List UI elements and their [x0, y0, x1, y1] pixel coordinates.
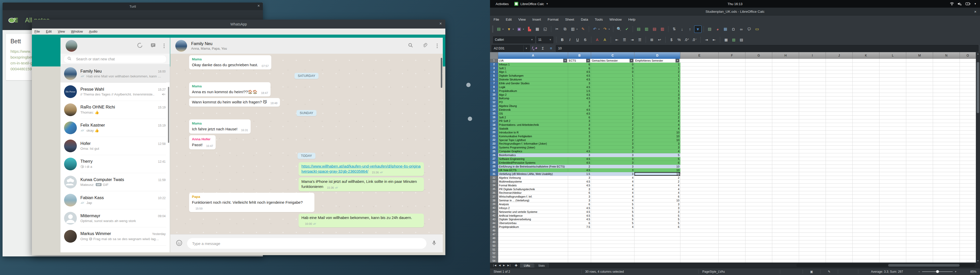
- cell-H37[interactable]: [772, 195, 799, 199]
- cell-L25[interactable]: [880, 150, 906, 153]
- document-modified-icon[interactable]: ✎: [821, 270, 838, 274]
- cell-C51[interactable]: [591, 248, 635, 251]
- function-wizard-icon[interactable]: fx✦: [531, 46, 538, 51]
- cell-O8[interactable]: [960, 85, 976, 89]
- cell-O38[interactable]: [960, 199, 976, 202]
- cell-M48[interactable]: [906, 237, 933, 240]
- cell-M38[interactable]: [906, 199, 933, 202]
- row-header-23[interactable]: 23: [490, 142, 498, 146]
- cell-N46[interactable]: [933, 229, 960, 233]
- row-header-34[interactable]: 34: [490, 183, 498, 187]
- next-sheet-icon[interactable]: ▶: [502, 264, 506, 267]
- cell-E14[interactable]: [680, 108, 719, 112]
- cell-K35[interactable]: [853, 187, 880, 191]
- page-style-indicator[interactable]: PageStyle_LVAs: [699, 270, 780, 274]
- cell-I15[interactable]: [799, 112, 826, 115]
- cell-M41[interactable]: [906, 210, 933, 214]
- turtl-titlebar[interactable]: Turtl ×: [3, 3, 263, 10]
- cell-O30[interactable]: [960, 168, 976, 172]
- cell-M42[interactable]: [906, 214, 933, 218]
- special-character-icon[interactable]: Ω: [730, 26, 737, 33]
- cell-D27[interactable]: 5: [635, 157, 680, 161]
- row-header-8[interactable]: 8: [490, 85, 498, 89]
- cell-B16[interactable]: 6: [568, 115, 591, 119]
- cell-O36[interactable]: [960, 191, 976, 195]
- cell-O44[interactable]: [960, 221, 976, 225]
- column-header-L[interactable]: L: [880, 52, 906, 59]
- chevron-down-icon[interactable]: ▼: [523, 45, 528, 51]
- cell-C4[interactable]: 0: [591, 70, 635, 74]
- cell-F36[interactable]: [719, 191, 746, 195]
- cell-B4[interactable]: 4.5: [568, 70, 591, 74]
- zoom-slider[interactable]: − +: [916, 270, 959, 273]
- cell-O28[interactable]: [960, 161, 976, 165]
- cell-E22[interactable]: [680, 138, 719, 142]
- cell-F24[interactable]: [719, 145, 746, 150]
- sender-name[interactable]: Anna Hofer: [192, 137, 213, 142]
- row-header-25[interactable]: 25: [490, 150, 498, 153]
- cell-M32[interactable]: [906, 176, 933, 180]
- cell-A50[interactable]: [498, 244, 568, 248]
- cell-J35[interactable]: [826, 187, 853, 191]
- cell-I28[interactable]: [799, 161, 826, 165]
- font-color-icon[interactable]: A: [594, 38, 600, 42]
- cell-A1[interactable]: LVA▼: [498, 59, 568, 63]
- cell-L51[interactable]: [880, 248, 906, 251]
- cell-L10[interactable]: [880, 93, 906, 97]
- cell-G27[interactable]: [746, 157, 772, 161]
- cell-K42[interactable]: [853, 214, 880, 218]
- cell-H14[interactable]: [772, 108, 799, 112]
- cell-O51[interactable]: [960, 248, 976, 251]
- row-header-40[interactable]: 40: [490, 206, 498, 210]
- cell-L47[interactable]: [880, 233, 906, 237]
- cell-I40[interactable]: [799, 206, 826, 210]
- cell-L29[interactable]: [880, 165, 906, 169]
- cell-L12[interactable]: [880, 100, 906, 104]
- cell-J52[interactable]: [826, 251, 853, 255]
- cell-N23[interactable]: [933, 142, 960, 146]
- sheet-tab-stats[interactable]: Stats: [535, 263, 549, 268]
- cell-K2[interactable]: [853, 63, 880, 66]
- row-header-21[interactable]: 21: [490, 134, 498, 138]
- cell-N21[interactable]: [933, 134, 960, 138]
- cell-J3[interactable]: [826, 66, 853, 70]
- spelling-icon[interactable]: ✔: [624, 26, 630, 33]
- cell-L40[interactable]: [880, 206, 906, 210]
- cell-M26[interactable]: [906, 153, 933, 157]
- cell-B7[interactable]: 3: [568, 82, 591, 85]
- clock[interactable]: Thu 16:13: [728, 2, 743, 6]
- cell-H23[interactable]: [772, 142, 799, 146]
- cell-M12[interactable]: [906, 100, 933, 104]
- cell-L4[interactable]: [880, 70, 906, 74]
- cell-G26[interactable]: [746, 153, 772, 157]
- print-icon[interactable]: ▦: [534, 26, 541, 33]
- cell-I25[interactable]: [799, 150, 826, 153]
- cell-E53[interactable]: [680, 255, 719, 259]
- cell-C26[interactable]: 3: [591, 153, 635, 157]
- cell-H13[interactable]: [772, 104, 799, 108]
- cell-A42[interactable]: Artificial Intelligence: [498, 214, 568, 218]
- cell-F40[interactable]: [719, 206, 746, 210]
- cell-N19[interactable]: [933, 127, 960, 131]
- previous-sheet-icon[interactable]: ◀: [498, 264, 501, 267]
- cell-H5[interactable]: [772, 74, 799, 77]
- cell-L32[interactable]: [880, 176, 906, 180]
- dropdown-arrow-icon[interactable]: ▾: [523, 28, 525, 30]
- cell-D36[interactable]: 4: [635, 191, 680, 195]
- cell-A32[interactable]: Algebra Vorlesung: [498, 176, 568, 180]
- cell-G8[interactable]: [746, 85, 772, 89]
- cell-G37[interactable]: [746, 195, 772, 199]
- vertical-scroll-thumb[interactable]: [977, 62, 979, 113]
- row-header-16[interactable]: 16: [490, 115, 498, 119]
- cell-B8[interactable]: 4.5: [568, 85, 591, 89]
- cell-J12[interactable]: [826, 100, 853, 104]
- cell-K17[interactable]: [853, 119, 880, 123]
- cell-L33[interactable]: [880, 180, 906, 183]
- hyperlink-icon[interactable]: ∞: [738, 26, 745, 33]
- cell-B10[interactable]: 4.5: [568, 93, 591, 97]
- cell-G18[interactable]: [746, 123, 772, 127]
- cell-L2[interactable]: [880, 63, 906, 66]
- cell-C50[interactable]: [591, 244, 635, 248]
- cell-J32[interactable]: [826, 176, 853, 180]
- cell-N44[interactable]: [933, 221, 960, 225]
